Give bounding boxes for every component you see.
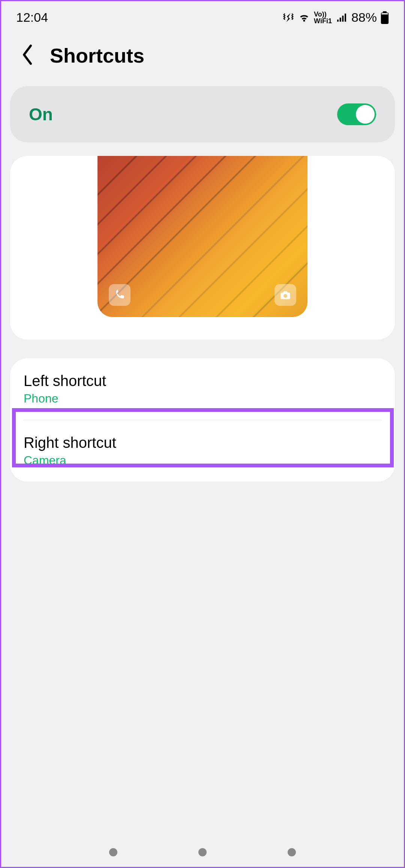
lockscreen-preview xyxy=(98,156,308,317)
status-icons: Vo))WiFi1 88% xyxy=(282,10,389,25)
header: Shortcuts xyxy=(1,28,404,86)
nav-recents[interactable] xyxy=(109,848,117,856)
nav-back[interactable] xyxy=(288,848,296,856)
status-time: 12:04 xyxy=(16,10,48,25)
signal-icon xyxy=(336,12,348,24)
option-title: Left shortcut xyxy=(24,373,381,389)
chevron-left-icon xyxy=(20,43,35,66)
option-value: Camera xyxy=(24,453,381,467)
preview-left-shortcut xyxy=(109,284,130,306)
back-button[interactable] xyxy=(20,43,35,67)
shortcuts-list: Left shortcut Phone Right shortcut Camer… xyxy=(10,358,395,482)
svg-rect-2 xyxy=(382,13,388,14)
status-bar: 12:04 Vo))WiFi1 88% xyxy=(1,1,404,28)
switch-thumb xyxy=(356,105,375,124)
page-title: Shortcuts xyxy=(50,44,144,67)
navigation-bar[interactable] xyxy=(1,848,404,856)
right-shortcut-row[interactable]: Right shortcut Camera xyxy=(10,420,395,482)
option-title: Right shortcut xyxy=(24,434,381,451)
left-shortcut-row[interactable]: Left shortcut Phone xyxy=(10,358,395,420)
camera-icon xyxy=(280,289,291,301)
battery-icon xyxy=(381,11,389,24)
vowifi-icon: Vo))WiFi1 xyxy=(314,11,332,24)
battery-percent: 88% xyxy=(351,10,377,25)
wifi-icon xyxy=(298,12,310,24)
toggle-switch[interactable] xyxy=(337,103,376,125)
nav-home[interactable] xyxy=(198,848,207,856)
svg-rect-1 xyxy=(383,11,387,13)
preview-right-shortcut xyxy=(274,284,296,306)
master-toggle-card[interactable]: On xyxy=(10,86,395,142)
phone-icon xyxy=(114,290,125,300)
preview-card xyxy=(10,156,395,340)
vibrate-icon xyxy=(282,12,294,24)
toggle-label: On xyxy=(29,104,53,124)
option-value: Phone xyxy=(24,392,381,406)
